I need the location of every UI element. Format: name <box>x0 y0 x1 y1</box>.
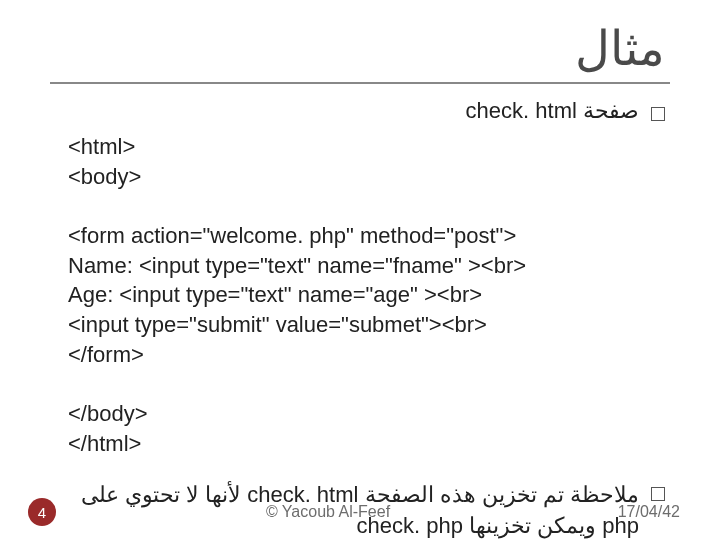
page-number: 4 <box>38 504 46 521</box>
page-number-badge: 4 <box>28 498 56 526</box>
footer-author: © Yacoub Al-Feef <box>56 503 600 521</box>
bullet-text-1: صفحة check. html <box>466 98 639 124</box>
bullet-line-1: صفحة check. html <box>40 98 680 124</box>
slide-title: مثال <box>40 20 680 76</box>
slide: مثال صفحة check. html <html> <body> <for… <box>0 0 720 540</box>
title-divider <box>50 82 670 84</box>
footer-date: 17/04/42 <box>600 503 680 521</box>
bullet-icon <box>651 107 665 121</box>
footer: 4 © Yacoub Al-Feef 17/04/42 <box>0 498 720 526</box>
code-block: <html> <body> <form action="welcome. php… <box>40 132 680 459</box>
